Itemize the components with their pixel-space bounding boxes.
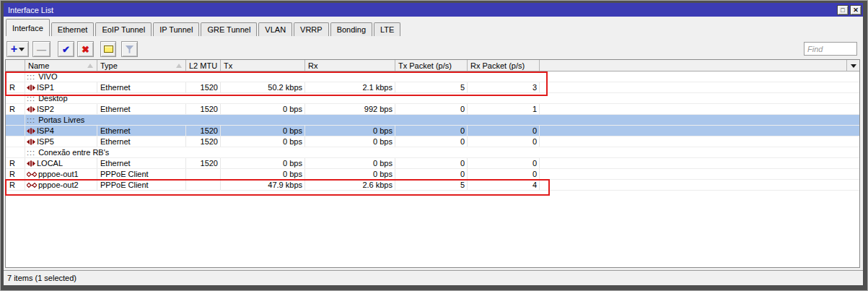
rx-value: 0 bps [305, 169, 395, 179]
tab-interface[interactable]: Interface [6, 19, 50, 36]
comment-prefix: ::: [27, 94, 35, 103]
window-title: Interface List [8, 6, 53, 14]
ethernet-interface-icon [27, 139, 35, 145]
close-icon[interactable]: ✕ [850, 5, 862, 15]
comment-row[interactable]: :::Portas Livres [6, 115, 859, 126]
table-row[interactable]: ISP4 Ethernet 1520 0 bps 0 bps 0 0 [6, 126, 859, 136]
tab-eoip-tunnel[interactable]: EoIP Tunnel [95, 22, 152, 36]
rx-packet-value: 0 [468, 126, 540, 136]
table-row[interactable]: R ISP2 Ethernet 1520 0 bps 992 bps 0 1 [6, 104, 859, 115]
table-row[interactable]: R LOCAL Ethernet 1520 0 bps 0 bps 0 0 [6, 158, 859, 169]
row-flag [6, 136, 25, 147]
tab-gre-tunnel[interactable]: GRE Tunnel [201, 22, 257, 36]
window-content: Interface List □ ✕ Interface Ethernet Eo… [4, 3, 863, 285]
table-row[interactable]: ISP5 Ethernet 1520 0 bps 0 bps 0 0 [6, 136, 859, 147]
column-select-button[interactable] [846, 60, 859, 71]
tx-value: 0 bps [221, 136, 305, 147]
interface-name: ISP1 [37, 83, 54, 92]
tx-value: 0 bps [221, 158, 305, 168]
tab-vrrp[interactable]: VRRP [294, 22, 329, 36]
tab-ethernet[interactable]: Ethernet [51, 22, 95, 36]
enable-button[interactable]: ✔ [58, 41, 74, 57]
rx-value: 0 bps [305, 158, 395, 168]
disable-button[interactable]: ✖ [77, 41, 94, 57]
pppoe-interface-icon [27, 171, 37, 178]
comment-button[interactable] [100, 41, 116, 57]
tab-vlan[interactable]: VLAN [258, 22, 292, 36]
row-flag: R [6, 104, 25, 114]
l2mtu-value [186, 169, 221, 179]
tx-packet-value: 0 [395, 126, 468, 136]
tx-packet-value: 5 [395, 180, 468, 190]
header-tx-packet[interactable]: Tx Packet (p/s) [395, 60, 468, 71]
status-bar: 7 items (1 selected) [4, 270, 863, 285]
ethernet-interface-icon [27, 128, 35, 134]
rx-packet-value: 0 [468, 136, 540, 147]
comment-text: Portas Livres [38, 116, 84, 124]
maximize-icon[interactable]: □ [837, 5, 849, 15]
window-controls: □ ✕ [837, 5, 862, 15]
comment-prefix: ::: [27, 148, 35, 157]
tab-bonding[interactable]: Bonding [330, 22, 372, 36]
rx-packet-value: 0 [468, 158, 540, 168]
tx-value: 0 bps [221, 104, 305, 114]
header-l2mtu[interactable]: L2 MTU [186, 60, 221, 71]
tx-packet-value: 0 [395, 136, 468, 147]
header-type[interactable]: Type [97, 60, 186, 71]
plus-icon: + [11, 44, 17, 54]
table-row[interactable]: R pppoe-out2 PPPoE Client 47.9 kbps 2.6 … [6, 180, 859, 191]
table-row[interactable]: R ISP1 Ethernet 1520 50.2 kbps 2.1 kbps … [6, 82, 859, 93]
interface-name: LOCAL [37, 159, 63, 168]
tab-ip-tunnel[interactable]: IP Tunnel [153, 22, 199, 36]
filter-button[interactable] [121, 41, 138, 57]
rx-value: 2.1 kbps [305, 82, 395, 92]
comment-row[interactable]: :::VIVO [6, 71, 859, 82]
comment-prefix: ::: [27, 72, 35, 81]
header-flag[interactable] [6, 60, 25, 71]
row-flag: R [6, 82, 25, 92]
find-input[interactable] [804, 42, 857, 56]
row-flag: R [6, 169, 25, 179]
comment-row[interactable]: :::Conexão entre RB's [6, 147, 859, 158]
interface-type: Ethernet [97, 126, 186, 136]
ethernet-interface-icon [27, 160, 35, 167]
comment-row[interactable]: :::Desktop [6, 93, 859, 104]
tab-lte[interactable]: LTE [374, 22, 400, 36]
header-name[interactable]: Name [25, 60, 97, 71]
table-row[interactable]: R pppoe-out1 PPPoE Client 0 bps 0 bps 0 … [6, 169, 859, 180]
funnel-icon [126, 45, 134, 53]
comment-text: Conexão entre RB's [38, 148, 109, 157]
tx-value: 0 bps [221, 126, 305, 136]
tx-packet-value: 0 [395, 158, 468, 168]
interface-name: ISP4 [37, 126, 54, 135]
chevron-down-icon [851, 64, 856, 68]
add-button[interactable]: + [6, 41, 29, 57]
pppoe-interface-icon [27, 182, 37, 188]
rx-value: 992 bps [305, 104, 395, 114]
interface-name: pppoe-out2 [38, 181, 79, 189]
tx-value: 47.9 kbps [221, 180, 305, 190]
check-icon: ✔ [62, 44, 70, 55]
header-rx[interactable]: Rx [305, 60, 395, 71]
rx-packet-value: 4 [468, 180, 540, 190]
interface-type: Ethernet [97, 158, 186, 168]
title-bar[interactable]: Interface List □ ✕ [4, 3, 863, 17]
interface-type: Ethernet [97, 104, 186, 114]
header-tx[interactable]: Tx [221, 60, 305, 71]
remove-button[interactable]: — [32, 41, 51, 57]
chevron-down-icon [19, 48, 25, 51]
interface-name: ISP2 [37, 105, 54, 113]
rx-packet-value: 3 [468, 82, 540, 92]
interface-list-window: Interface List □ ✕ Interface Ethernet Eo… [0, 0, 868, 291]
minus-icon: — [37, 44, 46, 55]
comment-text: VIVO [38, 72, 57, 81]
comment-text: Desktop [38, 94, 67, 103]
rx-value: 2.6 kbps [305, 180, 395, 190]
interface-type: PPPoE Client [97, 180, 186, 190]
tab-strip: Interface Ethernet EoIP Tunnel IP Tunnel… [4, 17, 863, 36]
note-icon [104, 45, 113, 53]
header-rx-packet[interactable]: Rx Packet (p/s) [468, 60, 540, 71]
interface-table: Name Type L2 MTU Tx Rx Tx Packet (p/s) R… [5, 59, 860, 268]
cross-icon: ✖ [82, 44, 89, 55]
items-count: 7 items (1 selected) [7, 274, 76, 282]
